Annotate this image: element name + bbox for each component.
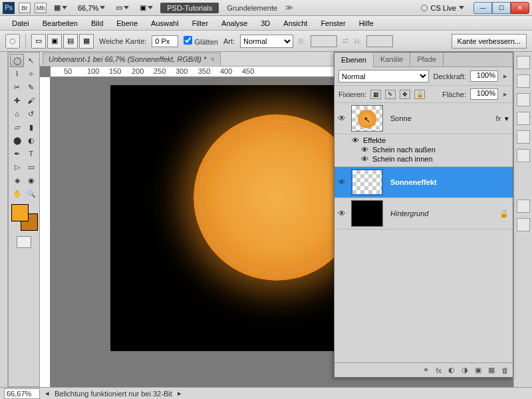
menu-auswahl[interactable]: Auswahl: [144, 17, 186, 29]
panel-icon[interactable]: [517, 149, 530, 162]
3d-tool[interactable]: ◈: [10, 174, 24, 187]
fx-item[interactable]: Schein nach außen: [372, 146, 436, 154]
collapsed-panel-strip[interactable]: [0, 52, 8, 387]
subtract-selection-icon[interactable]: ▤: [63, 34, 78, 49]
move-tool[interactable]: ↖: [24, 54, 38, 67]
lock-transparent-icon[interactable]: ▦: [370, 90, 381, 99]
menu-bild[interactable]: Bild: [84, 17, 110, 29]
menu-analyse[interactable]: Analyse: [215, 17, 254, 29]
opacity-flyout-icon[interactable]: ▸: [502, 72, 509, 80]
visibility-eye-icon[interactable]: 👁: [338, 209, 346, 218]
panel-icon[interactable]: [517, 130, 530, 144]
layer-name[interactable]: Sonneneffekt: [385, 178, 513, 186]
panel-icon[interactable]: [517, 93, 530, 106]
zoom-tool[interactable]: 🔍: [24, 187, 38, 200]
tool-preset-icon[interactable]: ◌: [5, 34, 20, 49]
screen-mode-dropdown[interactable]: ▣: [136, 2, 156, 14]
workspace-secondary[interactable]: Grundelemente: [223, 4, 281, 12]
layer-thumb[interactable]: ↖: [351, 105, 383, 132]
canvas[interactable]: [110, 85, 343, 351]
mask-icon[interactable]: ◐: [448, 366, 455, 374]
foreground-color-swatch[interactable]: [11, 204, 29, 221]
view-extras-dropdown[interactable]: ▦: [51, 2, 70, 14]
menu-hilfe[interactable]: Hilfe: [352, 17, 380, 29]
bridge-button[interactable]: Br: [19, 3, 31, 13]
panel-tab-kanale[interactable]: Kanäle: [374, 53, 410, 66]
layer-name[interactable]: Hintergrund: [385, 209, 495, 217]
wand-tool[interactable]: ✧: [24, 67, 38, 80]
lock-paint-icon[interactable]: ✎: [385, 90, 396, 99]
layer-thumb[interactable]: [351, 169, 383, 196]
visibility-eye-icon[interactable]: 👁: [361, 155, 368, 163]
delete-layer-icon[interactable]: 🗑: [501, 366, 509, 374]
gradient-tool[interactable]: ▮: [24, 120, 38, 134]
quickmask-button[interactable]: [17, 236, 31, 248]
brush-tool[interactable]: 🖌: [24, 94, 38, 107]
panel-tab-ebenen[interactable]: Ebenen: [334, 53, 374, 67]
type-tool[interactable]: T: [24, 147, 38, 160]
visibility-eye-icon[interactable]: 👁: [338, 114, 346, 123]
lock-position-icon[interactable]: ✥: [400, 90, 410, 99]
lasso-tool[interactable]: ⌇: [10, 67, 24, 80]
window-close-button[interactable]: ✕: [511, 2, 529, 14]
window-maximize-button[interactable]: ☐: [492, 2, 511, 14]
opacity-input[interactable]: 100%: [470, 70, 498, 82]
menu-datei[interactable]: Datei: [5, 17, 36, 29]
zoom-level-dropdown[interactable]: 66,7%: [74, 2, 108, 14]
window-minimize-button[interactable]: —: [473, 2, 492, 14]
feather-input[interactable]: [152, 35, 178, 47]
panel-icon[interactable]: [517, 56, 530, 69]
menu-ansicht[interactable]: Ansicht: [277, 17, 314, 29]
menu-bearbeiten[interactable]: Bearbeiten: [36, 17, 84, 29]
refine-edge-button[interactable]: Kante verbessern...: [452, 34, 527, 49]
antialias-checkbox[interactable]: Glätten: [184, 36, 218, 46]
eyedrop-tool[interactable]: ✎: [24, 80, 38, 94]
color-swatches[interactable]: [11, 204, 38, 231]
fill-flyout-icon[interactable]: ▸: [502, 90, 509, 98]
fx-badge-icon[interactable]: fx: [491, 115, 505, 122]
document-tab[interactable]: Unbenannt-1 bei 66,7% (Sonneneffekt, RGB…: [43, 53, 221, 65]
minibridge-button[interactable]: Mb: [35, 3, 47, 13]
fx-expand-icon[interactable]: ▾: [505, 114, 513, 123]
fill-input[interactable]: 100%: [470, 88, 498, 100]
stamp-tool[interactable]: ⌂: [10, 107, 24, 120]
visibility-eye-icon[interactable]: 👁: [361, 146, 368, 154]
close-tab-icon[interactable]: ×: [210, 55, 214, 63]
pen-tool[interactable]: ✒: [10, 147, 24, 160]
style-select[interactable]: Normal: [240, 35, 293, 48]
fx-header[interactable]: Effekte: [363, 136, 386, 144]
layer-name[interactable]: Sonne: [385, 114, 491, 122]
shape-tool[interactable]: ▭: [24, 160, 38, 174]
status-zoom-input[interactable]: 66,67%: [4, 388, 40, 399]
add-selection-icon[interactable]: ▣: [47, 34, 62, 49]
menu-ebene[interactable]: Ebene: [110, 17, 144, 29]
lock-all-icon[interactable]: 🔒: [414, 90, 425, 99]
visibility-eye-icon[interactable]: 👁: [338, 178, 346, 187]
crop-tool[interactable]: ✂: [10, 80, 24, 94]
panel-tab-pfade[interactable]: Pfade: [410, 53, 444, 66]
new-layer-icon[interactable]: ▦: [488, 366, 495, 374]
layer-thumb[interactable]: [351, 200, 383, 227]
menu-fenster[interactable]: Fenster: [314, 17, 352, 29]
arrange-dropdown[interactable]: ▭: [112, 2, 132, 14]
menu-filter[interactable]: Filter: [186, 17, 215, 29]
visibility-eye-icon[interactable]: 👁: [352, 136, 359, 144]
history-brush-tool[interactable]: ↺: [24, 107, 38, 120]
hand-tool[interactable]: ✋: [10, 187, 24, 200]
layer-row-sonneneffekt[interactable]: 👁 Sonneneffekt: [334, 167, 513, 198]
status-next-icon[interactable]: ▸: [178, 389, 182, 398]
cs-live-button[interactable]: CS Live: [421, 4, 464, 12]
link-layers-icon[interactable]: ⚭: [423, 366, 429, 374]
status-prev-icon[interactable]: ◂: [45, 389, 49, 398]
workspace-pill[interactable]: PSD-Tutorials: [160, 3, 219, 13]
workspace-more-icon[interactable]: ≫: [285, 3, 292, 12]
fx-item[interactable]: Schein nach innen: [372, 155, 433, 163]
fx-menu-icon[interactable]: fx: [436, 366, 442, 374]
group-icon[interactable]: ▣: [475, 366, 481, 374]
new-selection-icon[interactable]: ▭: [31, 34, 46, 49]
adjustment-icon[interactable]: ◑: [462, 366, 468, 374]
panel-icon[interactable]: [517, 74, 530, 88]
heal-tool[interactable]: ✚: [10, 94, 24, 107]
eraser-tool[interactable]: ▱: [10, 120, 24, 134]
camera-tool[interactable]: ◉: [24, 174, 38, 187]
